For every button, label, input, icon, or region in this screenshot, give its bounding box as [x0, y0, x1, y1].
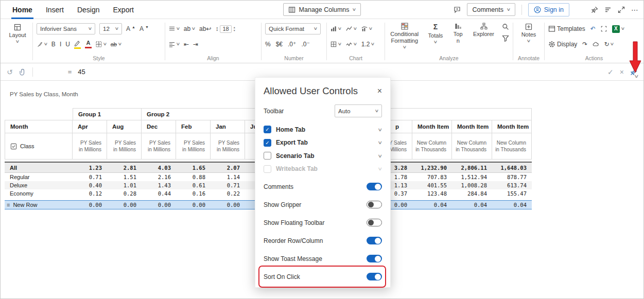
ribbon-collapse-icon[interactable]: ∨ — [634, 74, 639, 79]
value-cell[interactable]: 1.01 — [107, 181, 142, 189]
chevron-down-icon[interactable]: ∨ — [378, 153, 383, 159]
line-chart-icon[interactable]: ∨ — [346, 26, 357, 32]
checkbox[interactable]: ✓ — [264, 139, 271, 147]
snapshot-frame-icon[interactable] — [601, 26, 607, 32]
checkbox[interactable] — [264, 165, 271, 173]
value-cell[interactable]: 0.71 — [211, 181, 245, 189]
checkbox[interactable]: ✓ — [264, 126, 271, 133]
column-header[interactable]: Feb — [176, 120, 211, 133]
font-size-select[interactable]: 12 ∨ — [99, 23, 122, 34]
wrap-text-icon[interactable]: ab↩ — [199, 26, 211, 32]
value-cell[interactable]: 1.14 — [211, 173, 245, 181]
value-cell[interactable]: 1.51 — [107, 173, 142, 181]
comments-button[interactable]: Comments ∨ — [467, 3, 515, 16]
column-header[interactable]: p — [390, 120, 412, 133]
value-cell[interactable]: 155.47 — [492, 189, 532, 198]
underline-icon[interactable]: U — [65, 41, 70, 47]
display-button[interactable]: Display — [548, 41, 577, 48]
value-cell[interactable]: 0.00 — [390, 201, 412, 209]
value-cell[interactable]: 0.04 — [492, 201, 532, 209]
vertical-align-icon[interactable]: ∨ — [169, 26, 180, 32]
value-cell[interactable]: 0.22 — [211, 189, 245, 198]
sparkline-icon[interactable]: ∨ — [346, 41, 357, 47]
value-cell[interactable]: 0.71 — [73, 173, 107, 181]
row-height-control[interactable]: ↕ 18 ▲▼ — [215, 25, 235, 33]
value-cell[interactable]: 0.00 — [73, 201, 107, 209]
column-header[interactable]: Month Item — [412, 120, 452, 133]
row-header[interactable]: ≡New Row — [5, 201, 73, 209]
value-cell[interactable]: 0.04 — [452, 201, 492, 209]
gripper-icon[interactable]: ≡ — [7, 202, 10, 208]
value-cell[interactable]: 0.37 — [390, 189, 412, 198]
stepper-icons[interactable]: ▲▼ — [233, 26, 236, 32]
value-cell[interactable]: 0.28 — [107, 189, 142, 198]
close-icon[interactable]: × — [377, 86, 382, 96]
add-comment-icon[interactable] — [454, 6, 461, 13]
undo-icon[interactable]: ↶ — [590, 26, 596, 32]
font-name-select[interactable]: Inforiver Sans ∨ — [37, 23, 95, 34]
row-header[interactable]: Deluxe — [5, 181, 73, 189]
currency-format-icon[interactable]: $€ — [276, 41, 283, 47]
toggle-switch[interactable] — [367, 273, 382, 280]
top-n-button[interactable]: Top n — [450, 22, 465, 45]
value-cell[interactable]: 0.61 — [176, 181, 211, 189]
increase-decimal-icon[interactable]: .0⁺ — [288, 41, 296, 47]
manage-columns-button[interactable]: Manage Columns ∨ — [283, 3, 361, 16]
value-cell[interactable]: 0.00 — [142, 201, 176, 209]
value-cell[interactable]: 1.65 — [176, 163, 211, 172]
value-cell[interactable]: 0.04 — [412, 201, 452, 209]
value-cell[interactable]: 707.83 — [412, 173, 452, 181]
tab-insert[interactable]: Insert — [39, 1, 71, 19]
value-cell[interactable]: 1.23 — [73, 163, 107, 172]
column-header[interactable]: Month Item — [492, 120, 532, 133]
increase-indent-icon[interactable]: ⇥ — [193, 41, 198, 47]
value-cell[interactable]: 1,008.28 — [452, 181, 492, 189]
row-header[interactable]: All — [5, 163, 73, 172]
percent-format-icon[interactable]: % — [265, 41, 271, 47]
toggle-switch[interactable] — [367, 183, 382, 190]
explorer-button[interactable]: Explorer — [472, 22, 496, 38]
checkbox[interactable] — [264, 152, 271, 160]
excel-export-icon[interactable]: X∨ — [612, 25, 624, 33]
toolbar-select[interactable]: Auto ∨ — [335, 104, 382, 117]
horizontal-align-icon[interactable]: ∨ — [169, 41, 180, 47]
chevron-down-icon[interactable]: ∨ — [378, 140, 383, 145]
value-cell[interactable]: 4.03 — [142, 163, 176, 172]
row-header[interactable]: Economy — [5, 189, 73, 198]
column-header[interactable]: Apr — [73, 120, 107, 133]
sign-in-button[interactable]: Sign in — [528, 3, 569, 16]
row-height-value[interactable]: 18 — [220, 25, 231, 33]
quick-format-select[interactable]: Quick Format ∨ — [265, 23, 321, 34]
decrease-indent-icon[interactable]: ⇤ — [184, 41, 189, 47]
formula-undo-icon[interactable]: ↺ — [7, 68, 13, 76]
formula-input[interactable]: 45 — [78, 68, 85, 76]
combo-chart-icon[interactable]: ∨ — [361, 26, 372, 32]
redo-icon[interactable]: ↷ — [582, 41, 587, 47]
toggle-switch[interactable] — [367, 201, 382, 208]
value-cell[interactable]: 878.77 — [492, 173, 532, 181]
notes-button[interactable]: Notes ∨ — [517, 23, 541, 44]
tab-home[interactable]: Home — [6, 1, 39, 19]
number-format-icon[interactable]: 1.2∨ — [361, 41, 375, 47]
value-cell[interactable]: 1,512.94 — [452, 173, 492, 181]
value-cell[interactable]: 3.28 — [390, 163, 412, 172]
value-cell[interactable]: 0.40 — [73, 181, 107, 189]
value-cell[interactable]: 1,648.03 — [492, 163, 532, 172]
value-cell[interactable]: 2,806.11 — [452, 163, 492, 172]
column-header[interactable]: Month Item — [452, 120, 492, 133]
conditional-formatting-button[interactable]: Conditional Formatting ∨ — [389, 22, 421, 50]
value-cell[interactable]: 2.81 — [107, 163, 142, 172]
column-header[interactable]: Aug — [107, 120, 142, 133]
value-cell[interactable]: 0.88 — [176, 173, 211, 181]
text-overflow-icon[interactable]: ab∨ — [184, 26, 195, 32]
strikethrough-icon[interactable]: ab∨ — [111, 42, 121, 47]
group1-header[interactable]: Group 1 — [73, 108, 142, 120]
value-cell[interactable]: 0.00 — [211, 201, 245, 209]
italic-icon[interactable]: I — [60, 41, 61, 47]
chevron-down-icon[interactable]: ∨ — [378, 127, 383, 132]
value-cell[interactable]: 2.07 — [211, 163, 245, 172]
cancel-icon[interactable]: × — [620, 68, 624, 76]
class-row-header[interactable]: Class — [5, 133, 73, 160]
value-cell[interactable]: 2.16 — [142, 173, 176, 181]
value-cell[interactable]: 401.55 — [412, 181, 452, 189]
